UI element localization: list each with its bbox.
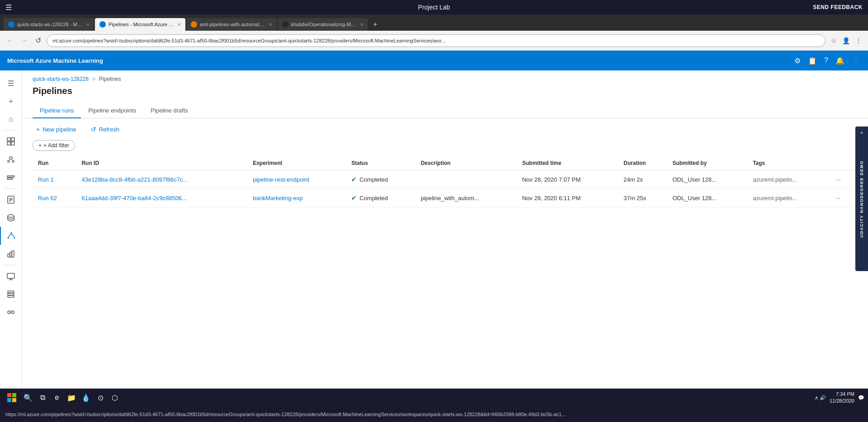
svg-rect-0: [7, 138, 10, 141]
svg-point-28: [8, 311, 10, 314]
sidebar-item-compute[interactable]: [0, 267, 22, 285]
submitted-by-1: ODL_User 128...: [667, 170, 747, 189]
row-more-button-1[interactable]: ···: [834, 175, 843, 184]
sidebar-item-models[interactable]: [0, 245, 22, 263]
taskbar-task-view[interactable]: ⧉: [36, 391, 49, 404]
svg-point-29: [11, 311, 14, 314]
tab-favicon-4: [282, 21, 288, 28]
run-link-2[interactable]: Run 62: [38, 195, 57, 202]
sidebar-item-linked-services[interactable]: [0, 303, 22, 321]
col-submitted-time[interactable]: Submitted time: [517, 156, 618, 170]
start-button[interactable]: [4, 389, 20, 406]
settings-icon[interactable]: ⚙: [794, 56, 801, 65]
taskbar-ie[interactable]: e: [51, 391, 63, 404]
tags-2: azureml.pipelin...: [753, 195, 797, 202]
browser-tab-2[interactable]: Pipelines - Microsoft Azure Mach... ✕: [95, 18, 185, 31]
table-container: Run Run ID Experiment Status Description…: [22, 156, 868, 207]
browser-tab-3[interactable]: aml-pipelines-with-automated-m... ✕: [186, 18, 277, 31]
experiment-link-1[interactable]: pipeline-rest-endpoint: [253, 176, 309, 183]
status-cell-1: ✔ Completed: [351, 176, 410, 183]
forward-button[interactable]: →: [19, 35, 30, 47]
taskbar-search[interactable]: 🔍: [22, 391, 34, 404]
sidebar-item-notebooks[interactable]: [0, 191, 22, 209]
tab-close-4[interactable]: ✕: [360, 22, 363, 27]
experiment-link-2[interactable]: bankMarketing-exp: [253, 195, 303, 202]
back-button[interactable]: ←: [5, 35, 15, 47]
new-tab-button[interactable]: +: [369, 18, 382, 31]
tab-pipeline-drafts[interactable]: Pipeline drafts: [143, 103, 195, 118]
svg-rect-33: [7, 398, 11, 402]
svg-rect-8: [7, 178, 13, 179]
profile-button[interactable]: 👤: [840, 35, 852, 46]
add-filter-button[interactable]: + + Add filter: [33, 140, 75, 151]
table-row: Run 1 43e128ba-8cc8-4fbb-a221-8097f86c7c…: [33, 170, 857, 189]
status-url: https://ml.azure.com/pipelines?wsid=/sub…: [5, 412, 863, 417]
sidebar: ☰ ＋ ⌂: [0, 70, 22, 407]
taskbar-app3[interactable]: 💧: [80, 391, 92, 404]
address-input[interactable]: [47, 34, 826, 47]
col-run[interactable]: Run: [33, 156, 76, 170]
hamburger-icon[interactable]: ☰: [5, 3, 12, 12]
reload-button[interactable]: ↺: [33, 34, 43, 47]
sidebar-item-home[interactable]: ⌂: [0, 110, 22, 128]
run-id-link-1[interactable]: 43e128ba-8cc8-4fbb-a221-8097f86c7c...: [81, 176, 188, 183]
col-duration[interactable]: Duration: [618, 156, 667, 170]
col-tags[interactable]: Tags: [747, 156, 828, 170]
notifications-icon[interactable]: 🔔: [835, 56, 844, 65]
taskbar-notification[interactable]: 💬: [858, 395, 864, 401]
col-experiment[interactable]: Experiment: [247, 156, 346, 170]
page-title: Pipelines: [22, 86, 868, 103]
sidebar-item-overview[interactable]: [0, 132, 22, 150]
svg-rect-32: [12, 393, 16, 397]
sidebar-item-pipelines[interactable]: [0, 227, 22, 245]
browser-tab-4[interactable]: khalidw/Operationalizing-Machi... ✕: [278, 18, 368, 31]
tab-close-3[interactable]: ✕: [269, 22, 272, 27]
sidebar-item-collapse[interactable]: ☰: [0, 74, 22, 92]
tab-pipeline-endpoints[interactable]: Pipeline endpoints: [81, 103, 143, 118]
svg-point-15: [8, 238, 9, 239]
sidebar-item-new[interactable]: ＋: [0, 92, 22, 110]
svg-rect-1: [11, 138, 14, 141]
run-id-link-2[interactable]: 61aaa4dd-39f7-470e-ba84-2c9c88506...: [81, 195, 187, 202]
svg-rect-21: [12, 251, 14, 257]
col-description[interactable]: Description: [415, 156, 517, 170]
bookmark-button[interactable]: ☆: [829, 35, 839, 46]
status-bar: https://ml.azure.com/pipelines?wsid=/sub…: [0, 407, 868, 422]
taskbar-chrome[interactable]: ⊙: [94, 391, 107, 404]
tab-pipeline-runs[interactable]: Pipeline runs: [33, 103, 81, 118]
toolbar: + New pipeline ↺ Refresh: [22, 118, 868, 140]
sidebar-item-datastores[interactable]: [0, 285, 22, 303]
submitted-by-2: ODL_User 128...: [667, 189, 747, 207]
svg-rect-22: [7, 273, 14, 278]
udacity-panel-label: UDACITY NANODEGREE DEMO: [859, 160, 864, 238]
refresh-button[interactable]: ↺ Refresh: [87, 124, 123, 135]
col-run-id[interactable]: Run ID: [76, 156, 247, 170]
duration-2: 37m 25s: [618, 189, 667, 207]
breadcrumb-workspace-link[interactable]: quick-starts-ws-128228: [33, 76, 89, 82]
browser-tab-1[interactable]: quick-starts-ws-128228 - Micro... ✕: [4, 18, 94, 31]
extensions-button[interactable]: ⋮: [854, 35, 863, 46]
tab-close-2[interactable]: ✕: [177, 22, 181, 27]
tab-close-1[interactable]: ✕: [86, 22, 90, 27]
udacity-panel[interactable]: « UDACITY NANODEGREE DEMO: [855, 127, 868, 271]
taskbar-app4[interactable]: ⬡: [108, 391, 121, 404]
clipboard-icon[interactable]: 📋: [808, 56, 817, 65]
help-icon[interactable]: ?: [824, 56, 828, 65]
new-pipeline-button[interactable]: + New pipeline: [33, 124, 80, 135]
add-filter-plus-icon: +: [38, 142, 42, 149]
col-status[interactable]: Status: [346, 156, 415, 170]
sidebar-item-automated-ml[interactable]: [0, 169, 22, 187]
taskbar-explorer[interactable]: 📁: [65, 391, 78, 404]
sidebar-item-datasets[interactable]: [0, 209, 22, 227]
tab-label-1: quick-starts-ws-128228 - Micro...: [17, 22, 83, 27]
app-title: Project Lab: [418, 4, 450, 11]
send-feedback-btn[interactable]: SEND FEEDBACK: [813, 4, 863, 10]
tab-label-3: aml-pipelines-with-automated-m...: [200, 22, 266, 27]
row-more-button-2[interactable]: ···: [834, 193, 843, 202]
run-link-1[interactable]: Run 1: [38, 176, 54, 183]
status-cell-2: ✔ Completed: [351, 194, 410, 202]
tab-favicon-3: [191, 21, 197, 28]
user-icon[interactable]: 👤: [852, 56, 861, 65]
sidebar-item-experiments[interactable]: [0, 150, 22, 169]
col-submitted-by[interactable]: Submitted by: [667, 156, 747, 170]
